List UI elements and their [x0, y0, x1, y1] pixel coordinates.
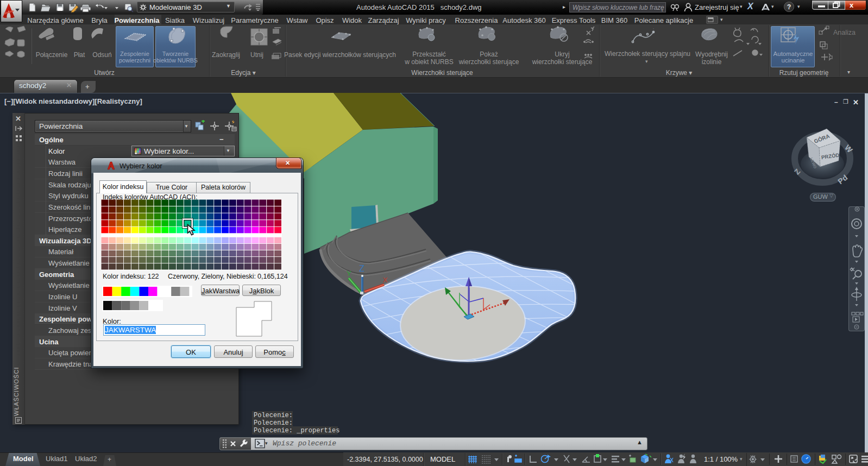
svg-text:x: x: [850, 1, 854, 9]
svg-text:Z: Z: [359, 264, 364, 273]
svg-text:Y: Y: [347, 269, 351, 278]
svg-text:X: X: [383, 276, 388, 284]
